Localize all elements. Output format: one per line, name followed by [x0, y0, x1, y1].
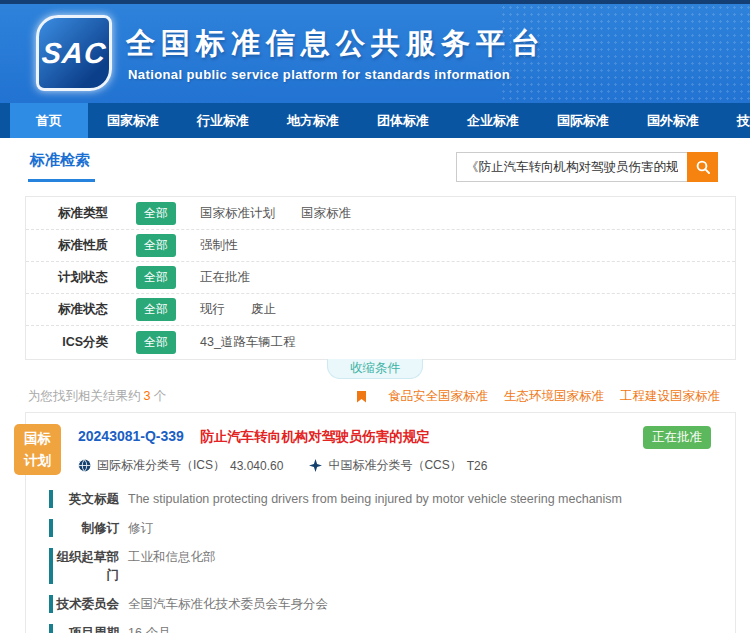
detail-row-project-period: 项目周期 16 个月	[26, 624, 735, 633]
detail-label: 技术委员会	[55, 595, 119, 613]
nav-item-enterprise-standards[interactable]: 企业标准	[448, 103, 538, 138]
filter-option[interactable]: 国家标准计划	[200, 205, 275, 222]
filter-row-standard-nature: 标准性质 全部 强制性	[26, 230, 735, 262]
filter-row-plan-status: 计划状态 全部 正在批准	[26, 262, 735, 294]
detail-marker-bar	[49, 519, 53, 537]
filter-all-button[interactable]: 全部	[136, 331, 176, 354]
detail-marker-bar	[49, 548, 53, 584]
quick-links: 食品安全国家标准 生态环境国家标准 工程建设国家标准	[357, 388, 720, 405]
filter-option[interactable]: 废止	[251, 301, 276, 318]
filter-option[interactable]: 国家标准	[301, 205, 351, 222]
filter-label: 标准状态	[40, 301, 108, 318]
filter-panel: 标准类型 全部 国家标准计划 国家标准 标准性质 全部 强制性 计划状态 全部 …	[25, 196, 736, 360]
detail-row-technical-committee: 技术委员会 全国汽车标准化技术委员会车身分会	[26, 595, 735, 613]
results-summary-suffix: 个	[153, 389, 166, 403]
filter-option[interactable]: 43_道路车辆工程	[200, 334, 296, 351]
detail-value: 工业和信息化部	[128, 548, 735, 584]
nav-item-technical-committee[interactable]: 技术委	[718, 103, 750, 138]
compass-icon	[309, 459, 322, 472]
results-count: 3	[144, 389, 151, 403]
search-icon	[695, 159, 711, 175]
site-title: 全国标准信息公共服务平台	[126, 24, 546, 64]
filter-label: 标准类型	[40, 205, 108, 222]
nav-item-home[interactable]: 首页	[10, 103, 88, 138]
ccs-label: 中国标准分类号（CCS）	[328, 457, 461, 474]
filter-label: 标准性质	[40, 237, 108, 254]
detail-value: 16 个月	[128, 624, 735, 633]
quick-link-eco-environment[interactable]: 生态环境国家标准	[504, 388, 604, 405]
globe-icon	[78, 459, 91, 472]
filter-row-standard-type: 标准类型 全部 国家标准计划 国家标准	[26, 198, 735, 230]
classification-line: 国际标准分类号（ICS） 43.040.60 中国标准分类号（CCS） T26	[26, 446, 735, 490]
nav-item-international-standards[interactable]: 国际标准	[538, 103, 628, 138]
main-nav: 首页 国家标准 行业标准 地方标准 团体标准 企业标准 国际标准 国外标准 技术…	[0, 103, 750, 138]
nav-item-group-standards[interactable]: 团体标准	[358, 103, 448, 138]
search-input[interactable]	[456, 152, 687, 182]
card-head: 20243081-Q-339 防止汽车转向机构对驾驶员伤害的规定	[26, 413, 735, 446]
filter-option[interactable]: 正在批准	[200, 269, 250, 286]
standard-code-link[interactable]: 20243081-Q-339	[78, 428, 184, 444]
site-subtitle: National public service platform for sta…	[128, 67, 510, 82]
detail-marker-bar	[49, 490, 53, 508]
sac-logo-text: SAC	[40, 37, 108, 70]
detail-marker-bar	[49, 595, 53, 613]
detail-row-drafting-department: 组织起草部门 工业和信息化部	[26, 548, 735, 584]
detail-label: 组织起草部门	[55, 548, 119, 584]
ics-value: 43.040.60	[230, 459, 283, 473]
filter-label: ICS分类	[40, 334, 108, 351]
national-plan-badge: 国标 计划	[14, 424, 61, 475]
quick-link-engineering[interactable]: 工程建设国家标准	[620, 388, 720, 405]
nav-item-industry-standards[interactable]: 行业标准	[178, 103, 268, 138]
detail-value: 全国汽车标准化技术委员会车身分会	[128, 595, 735, 613]
standard-result-card: 国标 计划 正在批准 20243081-Q-339 防止汽车转向机构对驾驶员伤害…	[25, 412, 736, 633]
detail-value: 修订	[128, 519, 735, 537]
results-summary-prefix: 为您找到相关结果约	[28, 389, 141, 403]
filter-option[interactable]: 强制性	[200, 237, 238, 254]
standard-title-link[interactable]: 防止汽车转向机构对驾驶员伤害的规定	[200, 429, 430, 444]
detail-row-revision-type: 制修订 修订	[26, 519, 735, 537]
ics-label: 国际标准分类号（ICS）	[97, 457, 225, 474]
badge-line1: 国标	[14, 428, 61, 450]
filter-row-ics-category: ICS分类 全部 43_道路车辆工程	[26, 326, 735, 358]
nav-item-foreign-standards[interactable]: 国外标准	[628, 103, 718, 138]
results-summary: 为您找到相关结果约3个	[28, 388, 166, 405]
status-badge: 正在批准	[643, 426, 711, 449]
filter-all-button[interactable]: 全部	[136, 266, 176, 289]
ccs-value: T26	[467, 459, 488, 473]
filter-all-button[interactable]: 全部	[136, 298, 176, 321]
detail-marker-bar	[49, 624, 53, 633]
bookmark-icon	[357, 391, 366, 403]
ccs-group: 中国标准分类号（CCS） T26	[309, 457, 487, 474]
detail-label: 制修订	[55, 519, 119, 537]
site-header: SAC 全国标准信息公共服务平台 National public service…	[0, 4, 750, 103]
section-title-standard-search: 标准检索	[28, 151, 95, 182]
detail-label: 英文标题	[55, 490, 119, 508]
sac-logo[interactable]: SAC	[36, 15, 112, 91]
quick-link-food-safety[interactable]: 食品安全国家标准	[388, 388, 488, 405]
search-section: 标准检索	[0, 138, 750, 196]
detail-value: The stipulation protecting drivers from …	[128, 490, 735, 508]
badge-line2: 计划	[14, 450, 61, 472]
nav-item-national-standards[interactable]: 国家标准	[88, 103, 178, 138]
filter-all-button[interactable]: 全部	[136, 202, 176, 225]
filter-label: 计划状态	[40, 269, 108, 286]
filter-option[interactable]: 现行	[200, 301, 225, 318]
results-meta-row: 为您找到相关结果约3个 食品安全国家标准 生态环境国家标准 工程建设国家标准	[28, 388, 720, 405]
search-box	[456, 152, 718, 182]
search-button[interactable]	[687, 152, 718, 182]
filter-row-standard-status: 标准状态 全部 现行 废止	[26, 294, 735, 326]
collapse-conditions-button[interactable]: 收缩条件	[327, 359, 423, 379]
nav-item-local-standards[interactable]: 地方标准	[268, 103, 358, 138]
detail-row-english-title: 英文标题 The stipulation protecting drivers …	[26, 490, 735, 508]
detail-label: 项目周期	[55, 624, 119, 633]
filter-all-button[interactable]: 全部	[136, 234, 176, 257]
